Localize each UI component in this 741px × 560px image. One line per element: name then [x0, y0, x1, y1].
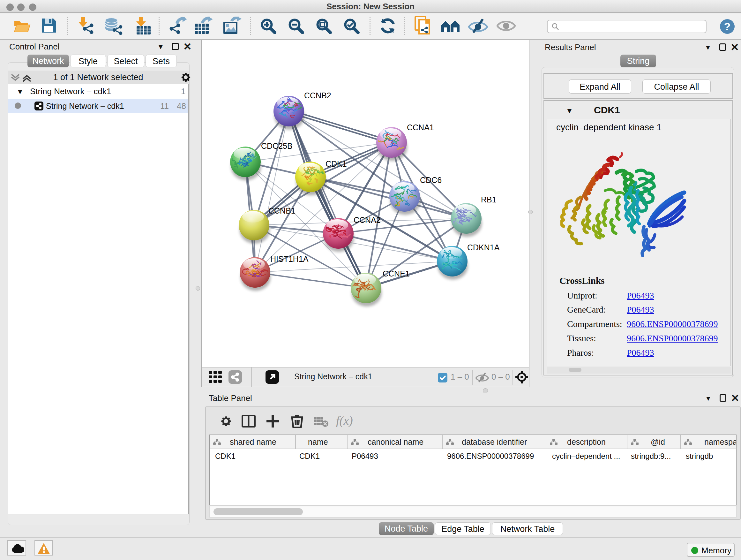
svg-text:CDC25B: CDC25B — [261, 141, 293, 150]
svg-text:CCNA2: CCNA2 — [354, 215, 381, 225]
svg-text:CCNB1: CCNB1 — [268, 206, 295, 215]
svg-text:CDC6: CDC6 — [420, 176, 442, 185]
svg-text:CDK1: CDK1 — [326, 159, 347, 168]
svg-text:CCNA1: CCNA1 — [407, 123, 434, 132]
svg-text:CDKN1A: CDKN1A — [467, 243, 500, 252]
svg-text:CCNE1: CCNE1 — [383, 269, 410, 278]
svg-text:HIST1H1A: HIST1H1A — [270, 254, 309, 263]
svg-text:RB1: RB1 — [481, 195, 496, 204]
svg-text:CCNB2: CCNB2 — [304, 91, 331, 100]
